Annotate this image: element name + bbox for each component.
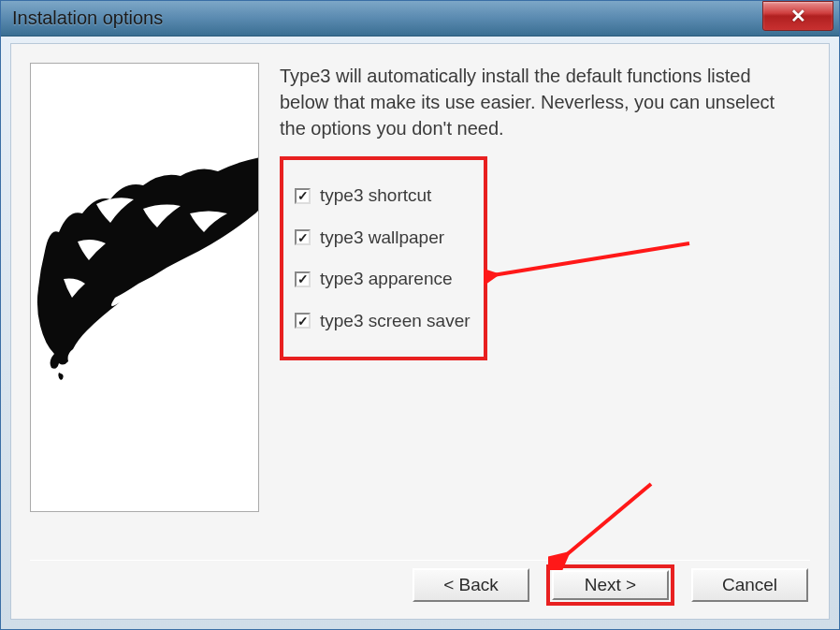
checkbox-label: type3 apparence — [320, 269, 453, 289]
checkmark-icon: ✓ — [297, 315, 309, 328]
back-button[interactable]: < Back — [413, 568, 529, 602]
checkbox-group: ✓ type3 shortcut ✓ type3 wallpaper ✓ typ… — [280, 156, 487, 360]
checkbox-screensaver[interactable]: ✓ — [295, 313, 311, 329]
option-apparence: ✓ type3 apparence — [295, 269, 472, 289]
next-button[interactable]: Next > — [552, 570, 669, 600]
checkbox-label: type3 wallpaper — [320, 227, 444, 248]
checkmark-icon: ✓ — [297, 272, 309, 286]
main-panel: Type3 will automatically install the def… — [11, 44, 829, 553]
sidebar-graphic — [30, 63, 259, 512]
option-shortcut: ✓ type3 shortcut — [295, 185, 472, 206]
titlebar: Instalation options ✕ — [1, 1, 839, 37]
checkbox-wallpaper[interactable]: ✓ — [295, 229, 311, 245]
button-row: < Back Next > Cancel — [413, 564, 808, 606]
next-highlight-box: Next > — [546, 564, 674, 606]
cancel-button[interactable]: Cancel — [691, 568, 808, 602]
checkmark-icon: ✓ — [297, 231, 309, 244]
option-screensaver: ✓ type3 screen saver — [295, 311, 472, 331]
checkbox-apparence[interactable]: ✓ — [295, 271, 311, 287]
separator — [30, 560, 810, 561]
checkmark-icon: ✓ — [297, 189, 309, 202]
option-wallpaper: ✓ type3 wallpaper — [295, 227, 472, 248]
checkbox-shortcut[interactable]: ✓ — [295, 188, 311, 204]
hand-graphic-icon — [31, 157, 259, 382]
checkbox-label: type3 shortcut — [320, 185, 431, 206]
description-text: Type3 will automatically install the def… — [280, 63, 801, 141]
close-button[interactable]: ✕ — [762, 1, 833, 31]
close-icon: ✕ — [790, 5, 806, 27]
options-panel: Type3 will automatically install the def… — [259, 63, 810, 535]
checkbox-label: type3 screen saver — [320, 311, 471, 331]
installer-window: Instalation options ✕ Type3 will automat… — [0, 0, 840, 630]
content-area: Type3 will automatically install the def… — [10, 43, 830, 620]
window-title: Instalation options — [12, 7, 163, 29]
